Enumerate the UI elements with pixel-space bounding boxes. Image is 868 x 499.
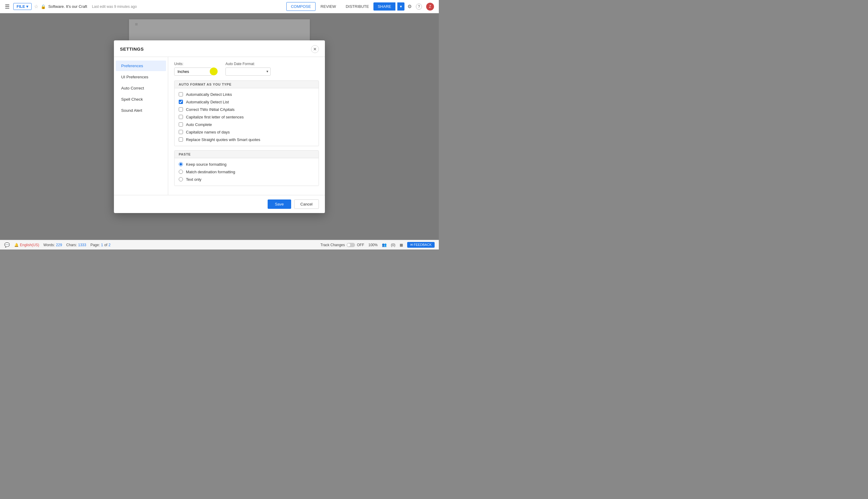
- dialog-footer: Save Cancel: [114, 195, 325, 213]
- top-toolbar: ☰ FILE ▾ ☆ 🔒 Software. It's our Craft La…: [0, 0, 439, 13]
- chars-label: Chars:: [66, 243, 77, 247]
- share-dropdown-button[interactable]: ▾: [397, 2, 404, 11]
- star-icon[interactable]: ☆: [34, 4, 38, 9]
- feedback-button[interactable]: ✉ FEEDBACK: [407, 242, 435, 248]
- radio-keep-source[interactable]: [179, 162, 183, 166]
- track-changes-label: Track Changes: [320, 243, 345, 247]
- radio-row-text-only: Text only: [179, 176, 314, 183]
- toolbar-right: SHARE ▾ ⚙ ? Z: [374, 1, 435, 12]
- page-label: Page:: [90, 243, 100, 247]
- checkbox-smart-quotes[interactable]: [179, 137, 183, 142]
- checkbox-capitalize-first[interactable]: [179, 115, 183, 119]
- of-label: of: [104, 243, 107, 247]
- checkbox-two-initial-caps[interactable]: [179, 107, 183, 111]
- checkbox-capitalize-days[interactable]: [179, 130, 183, 134]
- hamburger-menu-icon[interactable]: ☰: [4, 2, 11, 11]
- file-button[interactable]: FILE ▾: [13, 3, 32, 10]
- checkbox-row-detect-links: Automatically Detect Links: [179, 91, 314, 98]
- auto-date-select-wrapper: [225, 68, 271, 76]
- checkbox-row-capitalize-days: Capitalize names of days: [179, 129, 314, 136]
- words-label: Words:: [44, 243, 55, 247]
- units-select[interactable]: Inches Centimeters Points Picas: [174, 68, 213, 76]
- paste-section: PASTE Keep source formatting Match desti…: [174, 150, 319, 186]
- radio-row-keep-source: Keep source formatting: [179, 161, 314, 168]
- label-text-only: Text only: [186, 177, 201, 182]
- auto-format-header: AUTO FORMAT AS YOU TYPE: [174, 81, 319, 88]
- radio-text-only[interactable]: [179, 177, 183, 181]
- checkbox-row-auto-complete: Auto Complete: [179, 121, 314, 129]
- paste-header: PASTE: [174, 151, 319, 158]
- checkbox-detect-list[interactable]: [179, 100, 183, 104]
- content-area: ⊞ A Focus on What Matters Zoho is commit…: [0, 13, 439, 240]
- dialog-sidebar: Preferences UI Preferences Auto Correct …: [114, 57, 168, 195]
- status-bar: 💬 🔔 English(US) Words: 229 Chars: 1333 P…: [0, 240, 439, 250]
- close-icon: ✕: [313, 47, 317, 51]
- checkbox-auto-complete[interactable]: [179, 122, 183, 126]
- units-label: Units:: [174, 62, 213, 66]
- save-button[interactable]: Save: [268, 199, 291, 209]
- user-avatar[interactable]: Z: [425, 1, 435, 12]
- share-button[interactable]: SHARE: [374, 2, 395, 11]
- dialog-main-content: Units: Inches Centimeters Points Picas: [168, 57, 325, 195]
- checkbox-row-smart-quotes: Replace Straight quotes with Smart quote…: [179, 136, 314, 144]
- paste-body: Keep source formatting Match destination…: [174, 158, 319, 186]
- label-match-destination: Match destination formatting: [186, 170, 235, 174]
- chat-icon[interactable]: 💬: [4, 242, 10, 248]
- track-changes-toggle[interactable]: [346, 243, 355, 247]
- checkbox-row-detect-list: Automatically Detect List: [179, 98, 314, 106]
- tab-compose[interactable]: COMPOSE: [286, 2, 315, 11]
- checkbox-row-capitalize-first: Capitalize first letter of sentences: [179, 113, 314, 121]
- radio-row-match-dest: Match destination formatting: [179, 168, 314, 176]
- view-icon[interactable]: ▦: [400, 243, 403, 247]
- dialog-title: SETTINGS: [120, 46, 144, 51]
- page-info: Page: 1 of 2: [90, 243, 111, 247]
- checkbox-row-two-initial: Correct TWo INitial CApitals: [179, 106, 314, 113]
- dialog-close-button[interactable]: ✕: [311, 45, 319, 53]
- label-capitalize-first: Capitalize first letter of sentences: [186, 115, 244, 119]
- sidebar-item-spell-check[interactable]: Spell Check: [116, 94, 166, 105]
- nav-tabs: COMPOSE REVIEW DISTRIBUTE: [286, 2, 374, 11]
- sidebar-item-sound-alert[interactable]: Sound Alert: [116, 105, 166, 116]
- tab-distribute[interactable]: DISTRIBUTE: [341, 2, 374, 11]
- sidebar-item-auto-correct[interactable]: Auto Correct: [116, 83, 166, 94]
- collaborators-count: (0): [391, 243, 395, 247]
- sidebar-item-ui-preferences[interactable]: UI Preferences: [116, 72, 166, 82]
- collaborators-icon[interactable]: 👥: [382, 243, 387, 247]
- auto-date-field-group: Auto Date Format:: [225, 62, 271, 76]
- auto-date-label: Auto Date Format:: [225, 62, 271, 66]
- tab-review[interactable]: REVIEW: [316, 2, 341, 11]
- last-edit-text: Last edit was 9 minutes ago: [92, 4, 137, 9]
- checkbox-detect-links[interactable]: [179, 92, 183, 96]
- words-value: 229: [56, 243, 62, 247]
- units-field-group: Units: Inches Centimeters Points Picas: [174, 62, 213, 76]
- units-row: Units: Inches Centimeters Points Picas: [174, 62, 319, 76]
- char-count: Chars: 1333: [66, 243, 86, 247]
- help-icon: ?: [416, 4, 422, 10]
- sidebar-item-preferences[interactable]: Preferences: [116, 61, 166, 71]
- current-page: 1: [101, 243, 103, 247]
- settings-button[interactable]: ⚙: [406, 2, 413, 11]
- total-pages: 2: [109, 243, 111, 247]
- track-changes-state: OFF: [357, 243, 364, 247]
- lock-icon: 🔒: [41, 4, 46, 9]
- label-smart-quotes: Replace Straight quotes with Smart quote…: [186, 137, 260, 142]
- help-button[interactable]: ?: [415, 2, 423, 11]
- auto-date-select[interactable]: [225, 68, 271, 76]
- cancel-button[interactable]: Cancel: [294, 199, 319, 209]
- label-two-initial-caps: Correct TWo INitial CApitals: [186, 107, 234, 112]
- zoom-level: 100%: [368, 243, 378, 247]
- dialog-header: SETTINGS ✕: [114, 40, 325, 57]
- label-detect-links: Automatically Detect Links: [186, 92, 232, 97]
- units-select-wrapper: Inches Centimeters Points Picas: [174, 68, 213, 76]
- settings-icon: ⚙: [407, 4, 412, 9]
- toolbar-left: ☰ FILE ▾ ☆ 🔒 Software. It's our Craft La…: [4, 2, 286, 11]
- language-badge[interactable]: 🔔 English(US): [14, 243, 39, 247]
- yellow-highlight-dot: [210, 68, 218, 75]
- auto-format-section: AUTO FORMAT AS YOU TYPE Automatically De…: [174, 81, 319, 146]
- auto-format-body: Automatically Detect Links Automatically…: [174, 88, 319, 146]
- label-capitalize-days: Capitalize names of days: [186, 130, 230, 134]
- radio-match-destination[interactable]: [179, 170, 183, 174]
- status-bar-right: Track Changes OFF 100% 👥 (0) ▦ ✉ FEEDBAC…: [320, 242, 435, 248]
- chars-value: 1333: [78, 243, 86, 247]
- dialog-body: Preferences UI Preferences Auto Correct …: [114, 57, 325, 195]
